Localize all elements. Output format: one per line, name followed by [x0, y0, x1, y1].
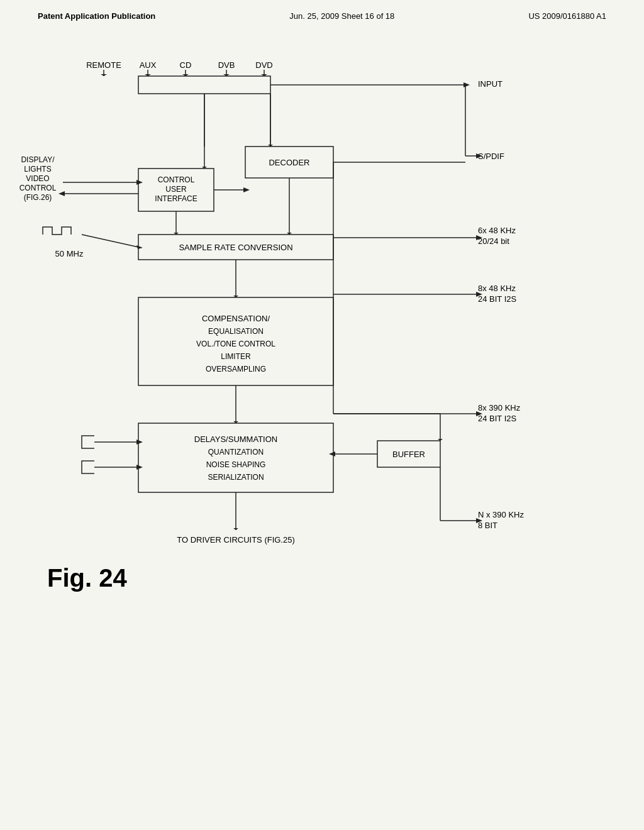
diagram-area: REMOTE AUX CD DVB DVD INPUT — [0, 33, 644, 800]
svg-text:24 BIT I2S: 24 BIT I2S — [478, 414, 517, 423]
label-cd: CD — [180, 60, 192, 70]
svg-text:SERIALIZATION: SERIALIZATION — [208, 473, 264, 482]
svg-text:EQUALISATION: EQUALISATION — [208, 327, 264, 336]
label-8x48khz: 8x 48 KHz — [478, 284, 516, 293]
svg-text:(FIG.26): (FIG.26) — [24, 193, 52, 202]
svg-text:24 BIT I2S: 24 BIT I2S — [478, 294, 517, 304]
label-remote: REMOTE — [86, 60, 121, 70]
header-patent-number: US 2009/0161880 A1 — [528, 11, 606, 21]
svg-text:VIDEO: VIDEO — [26, 174, 49, 183]
svg-text:DECODER: DECODER — [269, 158, 309, 167]
label-display-lights: DISPLAY/ — [21, 155, 55, 164]
svg-text:DELAYS/SUMMATION: DELAYS/SUMMATION — [194, 434, 277, 444]
svg-text:SAMPLE RATE CONVERSION: SAMPLE RATE CONVERSION — [179, 243, 292, 252]
svg-text:BUFFER: BUFFER — [392, 450, 425, 459]
svg-text:VOL./TONE CONTROL: VOL./TONE CONTROL — [196, 340, 275, 348]
svg-text:CONTROL: CONTROL — [158, 175, 195, 184]
svg-text:USER: USER — [165, 185, 187, 194]
page: Patent Application Publication Jun. 25, … — [0, 0, 644, 830]
svg-text:20/24 bit: 20/24 bit — [478, 236, 509, 246]
svg-text:LIMITER: LIMITER — [221, 352, 251, 361]
svg-text:CONTROL: CONTROL — [19, 184, 57, 192]
label-input: INPUT — [478, 79, 502, 89]
fig-label: Fig. 24 — [47, 564, 127, 592]
page-header: Patent Application Publication Jun. 25, … — [0, 0, 644, 27]
svg-text:NOISE SHAPING: NOISE SHAPING — [206, 460, 266, 469]
svg-text:OVERSAMPLING: OVERSAMPLING — [206, 365, 266, 374]
label-to-driver-circuits: TO DRIVER CIRCUITS (FIG.25) — [177, 535, 295, 545]
label-6x48khz: 6x 48 KHz — [478, 226, 516, 235]
svg-text:INTERFACE: INTERFACE — [155, 194, 197, 203]
label-8x390khz: 8x 390 KHz — [478, 403, 521, 412]
label-dvb: DVB — [218, 60, 235, 70]
svg-text:QUANTIZATION: QUANTIZATION — [208, 448, 264, 456]
header-date-sheet: Jun. 25, 2009 Sheet 16 of 18 — [289, 11, 394, 21]
label-nx390khz: N x 390 KHz — [478, 510, 524, 519]
svg-rect-0 — [0, 33, 644, 800]
label-50mhz: 50 MHz — [55, 249, 84, 258]
label-dvd: DVD — [255, 60, 272, 70]
svg-text:LIGHTS: LIGHTS — [24, 165, 51, 174]
label-spdif: S/PDIF — [478, 152, 504, 161]
svg-text:COMPENSATION/: COMPENSATION/ — [202, 314, 270, 323]
label-aux: AUX — [140, 60, 157, 70]
block-diagram-svg: REMOTE AUX CD DVB DVD INPUT — [0, 33, 644, 800]
header-publication: Patent Application Publication — [38, 11, 155, 21]
svg-text:8 BIT: 8 BIT — [478, 521, 497, 530]
